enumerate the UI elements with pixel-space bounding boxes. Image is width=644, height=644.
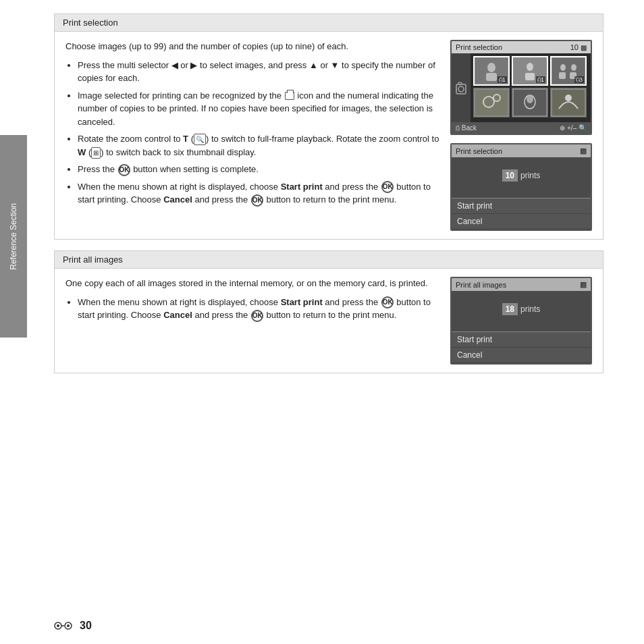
thumbnail-images: ⎙1 ⎙1: [471, 53, 591, 122]
print-all-menu-body: 18 prints: [452, 291, 591, 331]
thumb-count-2: ⎙1: [536, 76, 545, 83]
print-selection-header: Print selection: [55, 14, 603, 32]
thumb-row-1: ⎙1 ⎙1: [473, 56, 588, 86]
print-all-cancel-item[interactable]: Cancel: [452, 348, 591, 363]
svg-rect-11: [559, 72, 566, 79]
bullet-4: Press the OK button when setting is comp…: [78, 163, 439, 176]
thumb-cell-4: [473, 88, 510, 117]
print-all-bullet-1: When the menu shown at right is displaye…: [78, 296, 439, 322]
print-all-screen-title: Print all images: [456, 281, 506, 289]
print-all-start-item[interactable]: Start print: [452, 332, 591, 348]
svg-point-26: [67, 624, 70, 627]
print-count-label: prints: [520, 171, 540, 180]
print-selection-section: Print selection Choose images (up to 99)…: [54, 14, 603, 240]
intro-text: Choose images (up to 99) and the number …: [65, 40, 439, 53]
thumb-cell-3: ⎙3: [550, 56, 587, 86]
page-wrapper: Reference Section Print selection Choose…: [0, 0, 644, 644]
camera-silhouette-icon: [455, 80, 467, 95]
screen-bottom-bar: ⎙ Back ⊕ +/– 🔍: [452, 122, 591, 134]
screen-title: Print selection: [456, 43, 502, 51]
print-all-text: One copy each of all images stored in th…: [65, 277, 439, 365]
print-menu-top: Print selection ▩: [452, 144, 591, 157]
print-all-icon: ▩: [580, 280, 587, 289]
bullet-3: Rotate the zoom control to T (🔍) to swit…: [78, 132, 439, 159]
svg-rect-0: [456, 84, 466, 94]
print-all-count-label: prints: [520, 304, 540, 314]
sidebar-text: Reference Section: [9, 203, 18, 270]
screen-count: 10 ▩: [570, 43, 587, 51]
svg-point-7: [527, 63, 533, 71]
print-selection-text: Choose images (up to 99) and the number …: [65, 40, 439, 231]
print-menu-body: 10 prints: [452, 157, 591, 198]
svg-point-4: [487, 63, 495, 72]
print-all-intro: One copy each of all images stored in th…: [65, 277, 439, 290]
adjust-btn: ⊕ +/– 🔍: [560, 124, 587, 132]
svg-point-23: [57, 624, 59, 627]
cancel-item[interactable]: Cancel: [452, 214, 591, 230]
thumb-cell-5: [512, 88, 548, 117]
back-btn: ⎙ Back: [456, 124, 477, 132]
svg-rect-8: [525, 73, 535, 80]
svg-point-21: [565, 95, 572, 101]
screen-top-bar: Print selection 10 ▩: [452, 41, 591, 53]
bullet-2: Image selected for printing can be recog…: [78, 89, 439, 129]
thumb-image-6: [552, 90, 585, 115]
svg-rect-2: [458, 82, 462, 84]
svg-point-19: [527, 95, 533, 103]
print-all-header-text: Print all images: [63, 254, 123, 265]
thumb-count-1: ⎙1: [498, 76, 507, 83]
thumbnail-grid: ⎙1 ⎙1: [452, 53, 591, 122]
print-all-menu-screen: Print all images ▩ 18 prints Start print…: [450, 277, 592, 365]
page-footer: 30: [54, 620, 92, 632]
print-count-value: 10: [502, 169, 518, 182]
print-selection-screens: Print selection 10 ▩: [450, 40, 592, 231]
svg-point-1: [458, 86, 464, 92]
thumb-cell-2: ⎙1: [512, 56, 548, 86]
print-menu-title: Print selection: [456, 147, 502, 155]
print-icon: [285, 92, 294, 100]
print-all-section: Print all images One copy each of all im…: [54, 250, 603, 373]
print-menu-icon: ▩: [580, 146, 587, 155]
page-number: 30: [80, 620, 92, 632]
thumb-count-3: ⎙3: [574, 76, 584, 83]
thumb-cell-1: ⎙1: [473, 56, 510, 86]
print-selection-body: Choose images (up to 99) and the number …: [55, 32, 603, 239]
start-print-item[interactable]: Start print: [452, 198, 591, 214]
thumb-cell-6: [550, 88, 587, 117]
print-all-count-row: 18 prints: [460, 303, 583, 315]
thumb-image-4: [475, 90, 508, 115]
thumb-image-5: [514, 90, 546, 115]
print-menu-screen: Print selection ▩ 10 prints Start print …: [450, 143, 592, 231]
print-all-header: Print all images: [55, 251, 603, 269]
bullet-5: When the menu shown at right is displaye…: [78, 180, 439, 207]
svg-point-10: [560, 64, 566, 71]
thumb-row-2: [473, 88, 588, 117]
print-all-count-value: 18: [502, 303, 518, 315]
print-all-screens: Print all images ▩ 18 prints Start print…: [450, 277, 592, 365]
camera-footer-icon: [54, 620, 76, 631]
svg-point-12: [571, 64, 576, 71]
print-all-screen-top: Print all images ▩: [452, 278, 591, 291]
bullet-1: Press the multi selector ◀ or ▶ to selec…: [78, 59, 439, 85]
print-count-row: 10 prints: [460, 169, 583, 182]
camera-left-bar: [452, 53, 471, 122]
print-all-body: One copy each of all images stored in th…: [55, 269, 603, 373]
svg-rect-14: [475, 90, 508, 115]
svg-rect-5: [486, 73, 497, 81]
thumbnail-grid-screen: Print selection 10 ▩: [450, 40, 592, 135]
sidebar-label: Reference Section: [0, 135, 27, 338]
bullet-list: Press the multi selector ◀ or ▶ to selec…: [78, 59, 439, 207]
print-all-bullets: When the menu shown at right is displaye…: [78, 296, 439, 322]
